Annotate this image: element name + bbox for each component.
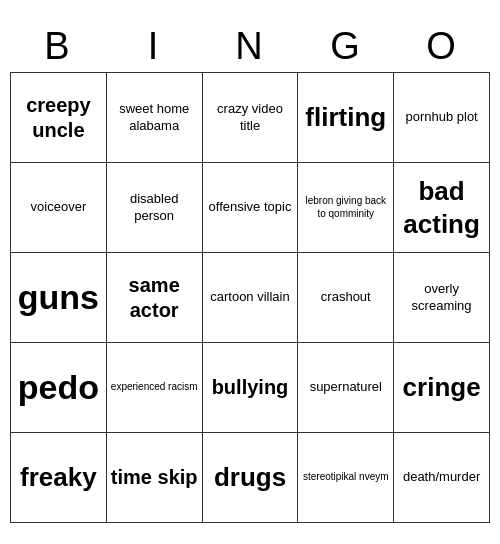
cell-text: supernaturel	[310, 379, 382, 395]
header-letter: O	[394, 21, 490, 72]
cell-text: flirting	[305, 101, 386, 134]
header-letter: I	[106, 21, 202, 72]
bingo-cell: cringe	[394, 343, 490, 433]
cell-text: same actor	[111, 273, 198, 323]
cell-text: overly screaming	[398, 281, 485, 314]
cell-text: drugs	[214, 461, 286, 494]
cell-text: experienced racism	[111, 381, 198, 394]
bingo-cell: drugs	[203, 433, 299, 523]
bingo-cell: lebron giving back to qomminity	[298, 163, 394, 253]
bingo-cell: creepy uncle	[11, 73, 107, 163]
cell-text: pornhub plot	[405, 109, 477, 125]
bingo-grid: creepy unclesweet home alabamacrazy vide…	[10, 72, 490, 523]
bingo-cell: disabled person	[107, 163, 203, 253]
cell-text: death/murder	[403, 469, 480, 485]
cell-text: crashout	[321, 289, 371, 305]
bingo-cell: guns	[11, 253, 107, 343]
bingo-cell: crashout	[298, 253, 394, 343]
bingo-cell: voiceover	[11, 163, 107, 253]
cell-text: offensive topic	[209, 199, 292, 215]
cell-text: guns	[18, 276, 99, 319]
bingo-cell: experienced racism	[107, 343, 203, 433]
bingo-cell: flirting	[298, 73, 394, 163]
bingo-cell: time skip	[107, 433, 203, 523]
cell-text: cartoon villain	[210, 289, 290, 305]
bingo-cell: stereotipikal nveym	[298, 433, 394, 523]
cell-text: pedo	[18, 366, 99, 409]
header-letter: B	[10, 21, 106, 72]
cell-text: stereotipikal nveym	[303, 471, 389, 484]
cell-text: disabled person	[111, 191, 198, 224]
cell-text: bullying	[212, 375, 289, 400]
header-letter: N	[202, 21, 298, 72]
bingo-cell: pornhub plot	[394, 73, 490, 163]
cell-text: bad acting	[398, 175, 485, 240]
bingo-cell: crazy video title	[203, 73, 299, 163]
cell-text: time skip	[111, 465, 198, 490]
header-letter: G	[298, 21, 394, 72]
cell-text: sweet home alabama	[111, 101, 198, 134]
bingo-cell: death/murder	[394, 433, 490, 523]
bingo-header: BINGO	[10, 21, 490, 72]
bingo-cell: cartoon villain	[203, 253, 299, 343]
bingo-cell: offensive topic	[203, 163, 299, 253]
cell-text: freaky	[20, 461, 97, 494]
bingo-card: BINGO creepy unclesweet home alabamacraz…	[10, 21, 490, 523]
cell-text: creepy uncle	[15, 93, 102, 143]
cell-text: voiceover	[31, 199, 87, 215]
bingo-cell: freaky	[11, 433, 107, 523]
bingo-cell: supernaturel	[298, 343, 394, 433]
bingo-cell: same actor	[107, 253, 203, 343]
bingo-cell: overly screaming	[394, 253, 490, 343]
bingo-cell: sweet home alabama	[107, 73, 203, 163]
cell-text: lebron giving back to qomminity	[302, 195, 389, 220]
bingo-cell: bullying	[203, 343, 299, 433]
cell-text: crazy video title	[207, 101, 294, 134]
bingo-cell: bad acting	[394, 163, 490, 253]
bingo-cell: pedo	[11, 343, 107, 433]
cell-text: cringe	[403, 371, 481, 404]
